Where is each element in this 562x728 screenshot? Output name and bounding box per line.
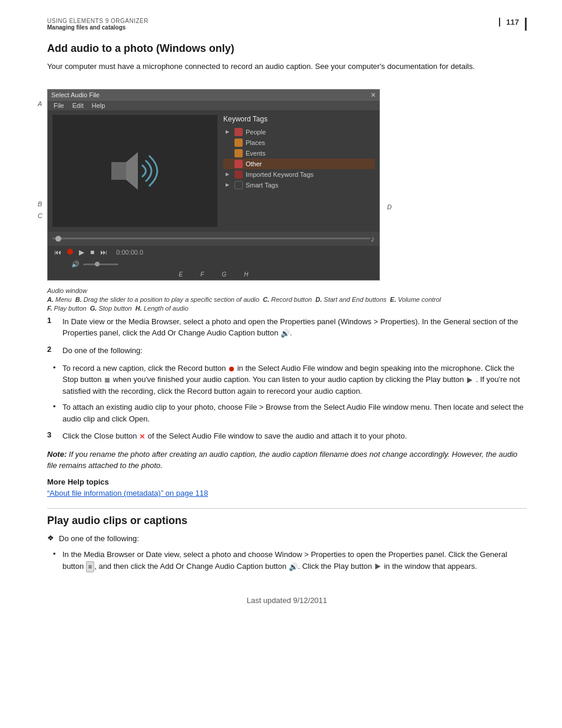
speaker-icon (100, 141, 170, 200)
imported-label: Imported Keyword Tags (246, 171, 313, 178)
note-label: Note: (47, 450, 67, 459)
anno-b-label: B (38, 200, 42, 207)
screenshot-wrapper: A B C D Select Audio File ✕ File Edit He… (47, 80, 380, 284)
bottom-labels: E F G H (48, 270, 379, 280)
step-1-text: In Date view or the Media Browser, selec… (62, 316, 527, 340)
section2-bullet2-item: • In the Media Browser or Date view, sel… (47, 549, 527, 572)
bullet-1: • To record a new caption, click the Rec… (47, 363, 527, 397)
bullet-dot-2: • (53, 402, 58, 424)
section2-bullet-dot: • (53, 549, 58, 572)
svg-rect-1 (111, 162, 126, 180)
section2-bullet1: Do one of the following: (59, 533, 139, 545)
section2-bullets: ❖ Do one of the following: • In the Medi… (47, 533, 527, 572)
anno-a-label: A (38, 100, 42, 107)
places-icon (234, 139, 243, 147)
page-header: USING ELEMENTS 9 ORGANIZER Managing file… (47, 18, 527, 31)
volume-track[interactable] (83, 263, 118, 265)
events-label: Events (246, 150, 266, 157)
screenshot-window: Select Audio File ✕ File Edit Help (47, 89, 380, 281)
step-2-text: Do one of the following: (62, 345, 527, 357)
page-number: 117 (499, 18, 519, 27)
label-h: H (244, 271, 248, 278)
bullet-2-text: To attach an existing audio clip to your… (62, 401, 527, 424)
label-f: F (200, 271, 204, 278)
keyword-panel: Keyword Tags ▶ People Places (223, 115, 375, 227)
anno-d-label: D (387, 203, 392, 210)
window-title-text: Select Audio File (51, 91, 100, 98)
diamond-dot: ❖ (47, 533, 54, 545)
header-subtitle: Managing files and catalogs (47, 24, 148, 31)
volume-thumb (95, 262, 100, 266)
menu-edit[interactable]: Edit (72, 102, 84, 109)
imported-arrow: ▶ (226, 172, 232, 177)
keyword-other[interactable]: Other (223, 159, 375, 169)
section1-title: Add audio to a photo (Windows only) (47, 42, 527, 55)
label-g: G (222, 271, 226, 278)
section-divider (47, 508, 527, 509)
section2-title: Play audio clips or captions (47, 515, 527, 527)
people-arrow: ▶ (226, 129, 232, 134)
smart-icon (234, 181, 243, 189)
volume-icon: 🔊 (71, 261, 80, 268)
menu-file[interactable]: File (54, 102, 64, 109)
step-1-num: 1 (47, 316, 57, 325)
slider-area[interactable] (52, 238, 371, 239)
other-icon (234, 160, 243, 168)
help-link[interactable]: “About file information (metadata)” on p… (47, 489, 208, 498)
fastforward-button[interactable]: ⏭ (98, 248, 109, 256)
menu-help[interactable]: Help (92, 102, 105, 109)
more-help-title: More Help topics (47, 477, 527, 486)
imported-icon (234, 170, 243, 179)
smart-arrow: ▶ (226, 182, 232, 187)
other-label: Other (246, 160, 262, 167)
page-footer: Last updated 9/12/2011 (47, 590, 527, 605)
play-button[interactable]: ▶ (77, 248, 86, 256)
events-icon (234, 149, 243, 157)
smart-label: Smart Tags (246, 182, 278, 189)
controls-row: ♪ (48, 232, 379, 246)
keyword-places[interactable]: Places (223, 137, 375, 148)
slider-thumb (55, 236, 61, 242)
step-1: 1 In Date view or the Media Browser, sel… (47, 316, 527, 340)
inline-record-dot (229, 367, 234, 371)
anno-c-label: C (38, 212, 42, 219)
section2-bullet2: In the Media Browser or Date view, selec… (62, 549, 527, 572)
keyword-panel-title: Keyword Tags (223, 115, 375, 123)
audio-note-icon: ♪ (371, 234, 375, 243)
bullet-dot-1: • (53, 363, 58, 397)
step-3-num: 3 (47, 430, 57, 439)
step-3-text: Click the Close button ✕ of the Select A… (62, 430, 527, 442)
window-close-button[interactable]: ✕ (371, 91, 376, 99)
record-dot (67, 249, 73, 255)
people-label: People (246, 129, 266, 136)
more-help: More Help topics “About file information… (47, 477, 527, 498)
time-display: 0:00:00.0 (116, 249, 143, 256)
slider-track[interactable] (52, 238, 371, 239)
window-menubar: File Edit Help (48, 101, 379, 110)
bullet-2: • To attach an existing audio clip to yo… (47, 401, 527, 424)
step-3: 3 Click the Close button ✕ of the Select… (47, 430, 527, 442)
record-button[interactable] (65, 248, 75, 256)
transport-row: ⏮ ▶ ■ ⏭ 0:00:00.0 (48, 246, 379, 259)
audio-preview (52, 115, 217, 227)
keyword-smart[interactable]: ▶ Smart Tags (223, 180, 375, 190)
keyword-people[interactable]: ▶ People (223, 127, 375, 137)
rewind-button[interactable]: ⏮ (52, 248, 63, 256)
step-2: 2 Do one of the following: (47, 345, 527, 357)
keyword-imported[interactable]: ▶ Imported Keyword Tags (223, 169, 375, 180)
window-titlebar: Select Audio File ✕ (48, 90, 379, 101)
places-label: Places (246, 139, 265, 146)
window-body: Keyword Tags ▶ People Places (48, 110, 379, 232)
note-block: Note: If you rename the photo after crea… (47, 449, 527, 472)
stop-button[interactable]: ■ (88, 248, 96, 256)
caption-title: Audio window (47, 287, 87, 294)
inline-play-btn (467, 377, 472, 383)
volume-row: 🔊 (48, 259, 379, 270)
section1-intro: Your computer must have a microphone con… (47, 61, 527, 73)
close-x-icon: ✕ (139, 432, 146, 441)
header-top-title: USING ELEMENTS 9 ORGANIZER (47, 18, 148, 24)
keyword-events[interactable]: Events (223, 148, 375, 159)
footer-text: Last updated 9/12/2011 (247, 596, 328, 605)
label-e: E (179, 271, 183, 278)
note-text: If you rename the photo after creating a… (47, 450, 517, 470)
